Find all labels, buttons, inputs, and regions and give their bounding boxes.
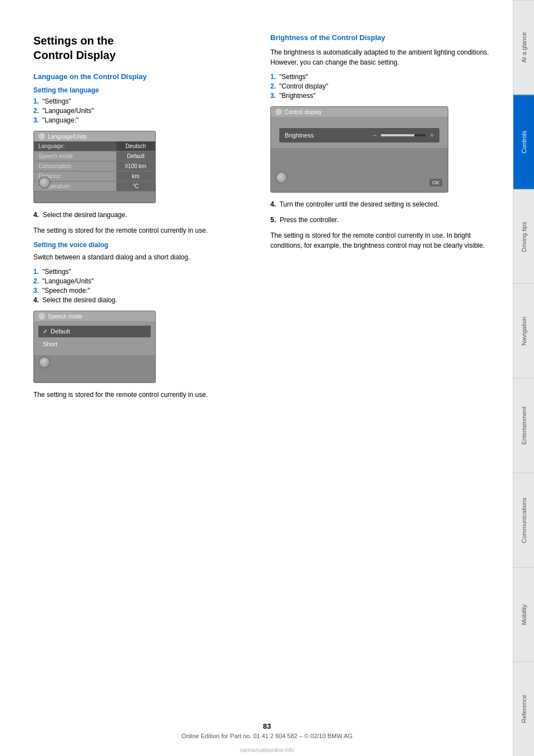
main-content: Settings on the Control Display Language… [0,0,513,756]
list-item: 4.Select the desired dialog. [33,296,254,304]
list-item: 1."Settings" [33,268,254,276]
list-item: 1."Settings" [270,73,491,81]
ss-bright-bar-fill [381,134,414,136]
ss-speech-header: Speech mode [34,311,155,321]
speech-mode-screenshot: Speech mode ✓Default Short [33,311,156,383]
sidebar-tab-at-a-glance[interactable]: At a glance [513,0,534,95]
brightness-section-heading: Brightness of the Control Display [270,33,491,42]
left-column: Settings on the Control Display Language… [33,33,254,734]
ss-bright-btn: OK [429,179,442,186]
page-footer: 83 Online Edition for Part no. 01 41 2 6… [0,722,534,739]
ss-header: Language/Units [34,131,155,141]
ss-bright-label: Brightness [285,132,368,139]
ss-bright-body: Brightness – + [271,117,448,148]
watermark: carmanualsonline.info [0,747,534,753]
ss-value: Default [116,151,155,161]
ss-bright-header-icon [275,109,282,115]
ss-value: l/100 km [116,161,155,171]
ss-bright-bar [381,134,426,136]
table-row: Consumption: l/100 km [34,161,155,171]
ss-header-title: Language/Units [48,134,87,140]
language-units-screenshot-wrapper: Language/Units Language: Deutsch Speech … [33,131,254,203]
language-units-screenshot: Language/Units Language: Deutsch Speech … [33,131,156,203]
brightness-intro: The brightness is automatically adapted … [270,47,491,67]
ss-bright-header-title: Control display [285,109,322,115]
list-item: 3."Speech mode:" [33,287,254,294]
ss-bright-plus: + [430,131,434,139]
table-row: Distance: km [34,171,155,181]
brightness-screenshot-wrapper: Control display Brightness – + [270,106,491,193]
ss-table: Language: Deutsch Speech mode: Default C… [34,141,155,192]
ss-speech-header-title: Speech mode [48,313,82,320]
list-item: 2."Control display" [270,82,491,90]
step5-bright: 5. Press the controller. [270,215,491,225]
brightness-screenshot: Control display Brightness – + [270,106,448,193]
ss-value: °C [116,181,155,191]
section1-heading: Language on the Control Display [33,72,254,81]
sidebar-tab-controls[interactable]: Controls [513,95,534,189]
page-number: 83 [0,722,534,730]
subsection1-heading: Setting the language [33,86,254,94]
checkmark-icon: ✓ [43,328,48,335]
list-item: 2."Language/Units" [33,277,254,285]
ss-value: km [116,171,155,181]
sidebar-tab-communications[interactable]: Communications [513,473,534,567]
ss-header-icon [38,133,45,140]
table-row: Temperature: °C [34,181,155,192]
sidebar: At a glance Controls Driving tips Naviga… [513,0,534,756]
subsection2-heading: Setting the voice dialog [33,241,254,249]
sidebar-tab-driving-tips[interactable]: Driving tips [513,189,534,284]
list-item: 2."Language/Units" [33,107,254,115]
list-item: 3."Brightness" [270,92,491,100]
subsection2-intro: Switch between a standard dialog and a s… [33,252,254,262]
ss-bright-header: Control display [271,107,448,117]
para1: The setting is stored for the remote con… [33,225,254,235]
ss-bright-minus: – [373,131,377,139]
sidebar-tab-reference[interactable]: Reference [513,661,534,756]
page-container: Settings on the Control Display Language… [0,0,534,756]
step4-text: 4. Select the desired language. [33,210,254,220]
para2: The setting is stored for the remote con… [33,390,254,400]
list-item: 3."Language:" [33,116,254,124]
page-title: Settings on the Control Display [33,33,254,62]
subsection2-list: 1."Settings" 2."Language/Units" 3."Speec… [33,268,254,304]
ss-label: Language: [34,141,116,151]
ss-speech-item-short: Short [38,338,151,350]
table-row: Speech mode: Default [34,151,155,161]
speech-mode-screenshot-wrapper: Speech mode ✓Default Short [33,311,254,383]
ss-label: Consumption: [34,161,116,171]
ss-speech-header-icon [38,313,45,320]
brightness-list: 1."Settings" 2."Control display" 3."Brig… [270,73,491,100]
footer-text: Online Edition for Part no. 01 41 2 604 … [0,733,534,739]
subsection1-list: 1."Settings" 2."Language/Units" 3."Langu… [33,97,254,124]
right-column: Brightness of the Control Display The br… [270,33,491,734]
table-row: Language: Deutsch [34,141,155,151]
ss-knob [38,356,51,369]
ss-label: Speech mode: [34,151,116,161]
ss-knob [38,176,51,189]
ss-bright-row: Brightness – + [279,128,439,143]
brightness-para1: The setting is stored for the remote con… [270,230,491,251]
ss-speech-body: ✓Default Short [34,321,155,355]
list-item: 1."Settings" [33,97,254,105]
sidebar-tab-mobility[interactable]: Mobility [513,567,534,662]
ss-value: Deutsch [116,141,155,151]
step4-bright: 4. Turn the controller until the desired… [270,199,491,209]
sidebar-tab-navigation[interactable]: Navigation [513,283,534,378]
sidebar-tab-entertainment[interactable]: Entertainment [513,378,534,473]
ss-bright-knob [275,171,288,184]
ss-speech-item-default: ✓Default [38,326,151,337]
